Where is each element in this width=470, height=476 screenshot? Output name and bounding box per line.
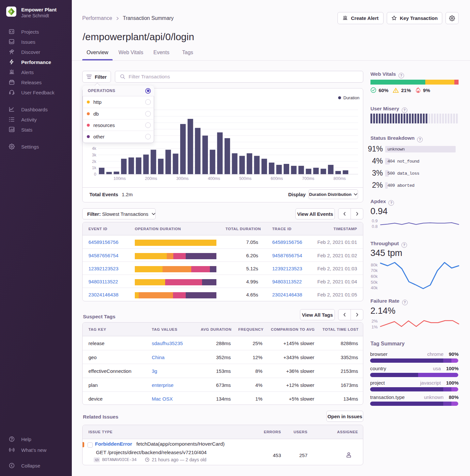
svg-text:1k: 1k bbox=[92, 166, 97, 170]
svg-text:100ms: 100ms bbox=[114, 176, 126, 181]
svg-text:80k: 80k bbox=[371, 262, 378, 267]
svg-text:1%: 1% bbox=[371, 325, 378, 329]
svg-text:500ms: 500ms bbox=[239, 176, 252, 181]
svg-text:70k: 70k bbox=[371, 268, 378, 273]
svg-text:700ms: 700ms bbox=[302, 176, 315, 181]
svg-text:300ms: 300ms bbox=[176, 176, 189, 181]
svg-text:0.9: 0.9 bbox=[372, 218, 378, 223]
svg-text:200ms: 200ms bbox=[145, 176, 157, 181]
svg-text:3k: 3k bbox=[92, 153, 97, 157]
svg-text:0.8: 0.8 bbox=[372, 224, 378, 229]
svg-text:0: 0 bbox=[94, 172, 96, 177]
svg-text:600ms: 600ms bbox=[271, 176, 283, 181]
svg-text:60k: 60k bbox=[371, 274, 378, 279]
svg-text:40k: 40k bbox=[371, 285, 378, 290]
svg-text:50k: 50k bbox=[371, 280, 378, 285]
svg-text:400ms: 400ms bbox=[208, 176, 220, 181]
svg-text:800ms: 800ms bbox=[334, 176, 346, 181]
svg-text:2k: 2k bbox=[92, 159, 97, 164]
svg-text:4k: 4k bbox=[92, 146, 97, 151]
svg-text:2%: 2% bbox=[371, 319, 378, 324]
